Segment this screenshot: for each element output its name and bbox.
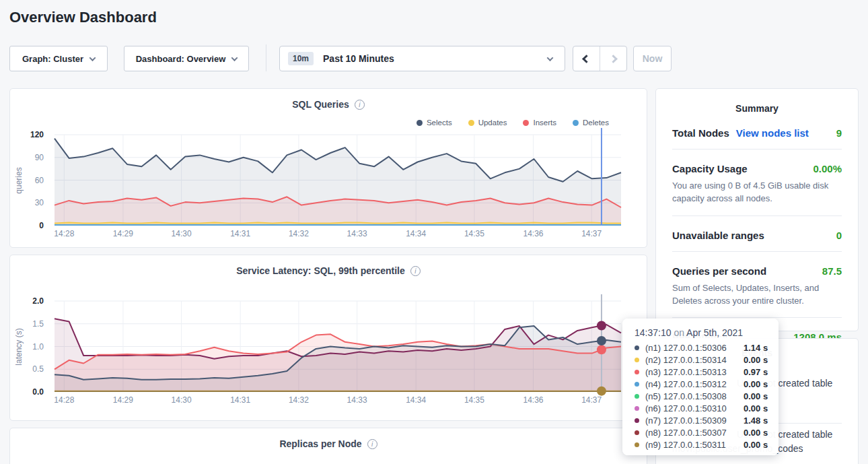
unavailable-ranges-value: 0 [836,230,842,241]
legend-label: Updates [478,119,507,127]
hover-data-point [597,387,606,396]
x-axis-tick: 14:35 [464,229,484,238]
latency-x-ticks: 14:2814:2914:3014:3114:3214:3314:3414:35… [55,395,621,406]
toolbar-divider [266,44,266,71]
legend-label: Selects [427,119,452,127]
legend-dot-icon [573,120,579,126]
legend-dot-icon [523,120,529,126]
chart-hover-tooltip: 14:37:10 on Apr 5th, 2021 (n1) 127.0.0.1… [622,319,779,455]
x-axis-tick: 14:36 [523,395,543,405]
node-color-dot-icon [635,418,639,423]
y-axis-tick: 60 [35,176,44,185]
x-axis-tick: 14:37 [581,395,602,405]
tooltip-node-row: (n2) 127.0.0.1:503140.00 s [635,354,779,366]
sql-queries-plot[interactable] [55,135,621,226]
queries-per-second-value: 87.5 [822,265,842,277]
tooltip-rows: (n1) 127.0.0.1:503061.14 s(n2) 127.0.0.1… [635,342,779,451]
summary-title: Summary [656,89,858,114]
chevron-down-icon [231,55,238,61]
service-latency-plot[interactable] [55,301,621,392]
tooltip-node-value: 1.14 s [744,343,768,353]
hover-data-point [597,336,606,345]
summary-row-total-nodes: Total Nodes View nodes list 9 [672,114,842,150]
y-axis-tick: 120 [30,130,44,139]
x-axis-tick: 14:28 [54,229,74,238]
info-icon[interactable]: i [367,439,377,449]
x-axis-tick: 14:35 [464,395,484,405]
legend-item-updates[interactable]: Updates [468,119,507,127]
node-color-dot-icon [635,430,639,435]
chevron-left-icon [582,55,591,63]
y-axis-tick: 0.0 [32,387,44,397]
tooltip-node-row: (n8) 127.0.0.1:503070.00 s [635,426,779,438]
x-axis-tick: 14:31 [230,229,250,238]
queries-per-second-label: Queries per second [672,265,766,277]
time-nav-group [573,46,627,71]
hover-data-point [597,345,606,354]
capacity-usage-label: Capacity Usage [672,163,748,174]
time-next-button[interactable] [600,46,627,71]
info-icon[interactable]: i [410,266,421,276]
tooltip-node-value: 0.00 s [744,391,768,401]
y-axis-tick: 0.5 [32,364,44,374]
graph-scope-dropdown[interactable]: Graph: Cluster [9,46,108,71]
service-latency-title: Service Latency: SQL, 99th percentilei [10,265,647,276]
sql-queries-legend: SelectsUpdatesInsertsDeletes [417,119,609,127]
tooltip-node-address: (n9) 127.0.0.1:50311 [645,440,744,450]
tooltip-node-value: 0.00 s [744,428,768,438]
tooltip-node-address: (n7) 127.0.0.1:50309 [645,416,744,426]
tooltip-node-value: 0.00 s [744,379,768,389]
time-prev-button[interactable] [573,46,600,71]
dashboard-dropdown[interactable]: Dashboard: Overview [124,46,249,71]
tooltip-node-row: (n3) 127.0.0.1:503130.97 s [635,366,779,378]
sql-x-ticks: 14:2814:2914:3014:3114:3214:3314:3414:35… [55,229,621,240]
legend-item-deletes[interactable]: Deletes [573,119,609,127]
chevron-down-icon [547,55,554,61]
tooltip-node-address: (n1) 127.0.0.1:50306 [645,343,744,353]
summary-row-queries-per-second: Queries per second 87.5 Sum of Selects, … [672,252,842,319]
queries-per-second-description: Sum of Selects, Updates, Inserts, and De… [672,282,842,308]
tooltip-node-address: (n4) 127.0.0.1:50312 [645,379,744,389]
tooltip-node-address: (n6) 127.0.0.1:50310 [645,403,744,413]
y-axis-tick: 30 [35,198,44,207]
tooltip-node-row: (n4) 127.0.0.1:503120.00 s [635,378,779,391]
node-color-dot-icon [635,370,639,374]
x-axis-tick: 14:32 [289,229,309,238]
y-axis-tick: 1.5 [32,319,44,329]
node-color-dot-icon [635,382,639,387]
time-range-picker[interactable]: 10m Past 10 Minutes [279,46,565,71]
unavailable-ranges-label: Unavailable ranges [672,230,764,241]
x-axis-tick: 14:31 [230,395,250,405]
sql-y-ticks: 0306090120 [10,135,50,226]
info-icon[interactable]: i [355,100,365,110]
tooltip-timestamp: 14:37:10 on Apr 5th, 2021 [635,327,779,338]
node-color-dot-icon [635,358,639,362]
now-button[interactable]: Now [633,46,672,71]
sql-queries-title: SQL Queriesi [10,98,647,110]
capacity-usage-value: 0.00% [813,163,842,174]
hover-data-point [597,321,606,330]
chevron-down-icon [89,55,96,61]
tooltip-node-row: (n5) 127.0.0.1:503080.00 s [635,391,779,403]
summary-row-capacity-usage: Capacity Usage 0.00% You are using 0 B o… [672,150,842,216]
tooltip-node-value: 1.48 s [744,416,768,426]
y-axis-tick: 90 [35,153,44,162]
total-nodes-value: 9 [836,127,842,139]
tooltip-node-address: (n5) 127.0.0.1:50308 [645,391,744,401]
tooltip-node-row: (n6) 127.0.0.1:503100.00 s [635,402,779,414]
x-axis-tick: 14:30 [172,229,192,238]
view-nodes-list-link[interactable]: View nodes list [736,127,809,139]
x-axis-tick: 14:36 [523,229,543,238]
x-axis-tick: 14:33 [347,395,367,405]
tooltip-node-address: (n8) 127.0.0.1:50307 [645,428,744,438]
legend-item-selects[interactable]: Selects [417,119,452,127]
service-latency-panel: Service Latency: SQL, 99th percentilei l… [9,255,647,421]
y-axis-tick: 2.0 [32,296,44,306]
x-axis-tick: 14:29 [113,229,133,238]
x-axis-tick: 14:29 [113,395,133,405]
legend-item-inserts[interactable]: Inserts [523,119,556,127]
tooltip-node-value: 0.00 s [744,403,768,413]
tooltip-node-row: (n1) 127.0.0.1:503061.14 s [635,342,779,354]
x-axis-tick: 14:28 [54,395,74,405]
tooltip-node-row: (n7) 127.0.0.1:503091.48 s [635,414,779,426]
